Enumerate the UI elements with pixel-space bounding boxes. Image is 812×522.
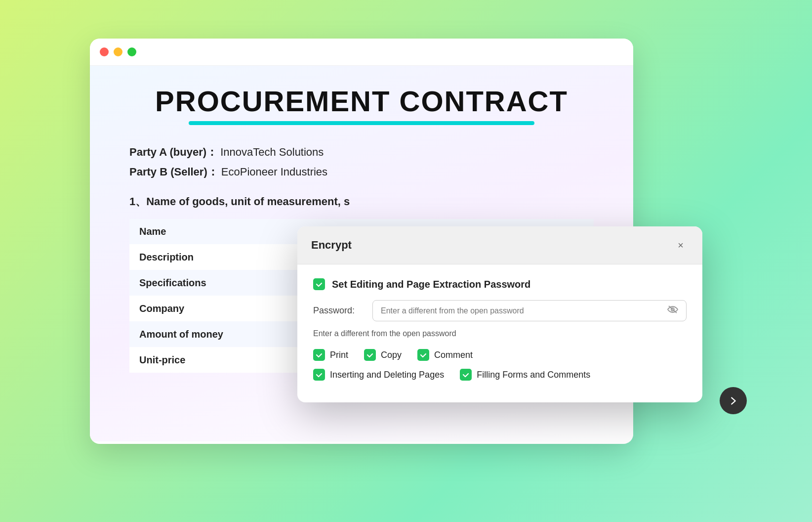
password-hint: Enter a different from the open password	[313, 329, 687, 338]
copy-checkbox[interactable]	[364, 349, 376, 361]
contract-title: PROCUREMENT CONTRACT	[129, 86, 594, 117]
permission-comment: Comment	[417, 349, 473, 361]
party-b-label: Party B (Seller)：	[129, 166, 218, 178]
party-a-label: Party A (buyer)：	[129, 146, 217, 158]
editing-password-checkbox[interactable]	[313, 278, 325, 290]
print-label: Print	[330, 350, 348, 360]
editing-password-label: Set Editing and Page Extraction Password	[332, 279, 530, 290]
title-underline	[189, 121, 534, 125]
permission-filling-forms: Filling Forms and Comments	[460, 369, 590, 381]
contract-parties: Party A (buyer)： InnovaTech Solutions Pa…	[129, 145, 594, 179]
contract-title-section: PROCUREMENT CONTRACT	[129, 86, 594, 125]
permissions-row-2: Inserting and Deleting Pages Filling For…	[313, 369, 687, 381]
copy-label: Copy	[381, 350, 402, 360]
maximize-traffic-light[interactable]	[127, 47, 136, 56]
permissions-row-1: Print Copy Comment	[313, 349, 687, 361]
print-checkbox[interactable]	[313, 349, 325, 361]
comment-checkbox[interactable]	[417, 349, 429, 361]
filling-forms-checkbox[interactable]	[460, 369, 472, 381]
party-a-value: InnovaTech Solutions	[220, 146, 324, 158]
password-label: Password:	[313, 305, 363, 316]
eye-icon[interactable]	[667, 305, 678, 316]
editing-password-section: Set Editing and Page Extraction Password	[313, 278, 687, 290]
dialog-title: Encrypt	[311, 239, 352, 252]
comment-label: Comment	[434, 350, 473, 360]
party-b-value: EcoPioneer Industries	[221, 166, 327, 178]
party-b-line: Party B (Seller)： EcoPioneer Industries	[129, 165, 594, 179]
inserting-deleting-checkbox[interactable]	[313, 369, 325, 381]
close-traffic-light[interactable]	[100, 47, 109, 56]
minimize-traffic-light[interactable]	[114, 47, 122, 56]
section-title: 1、Name of goods, unit of measurement, s	[129, 194, 594, 209]
dialog-body: Set Editing and Page Extraction Password…	[297, 264, 702, 402]
permission-copy: Copy	[364, 349, 402, 361]
close-button[interactable]: ×	[673, 237, 689, 253]
filling-forms-label: Filling Forms and Comments	[477, 370, 590, 380]
next-arrow-button[interactable]	[720, 387, 747, 414]
encrypt-dialog: Encrypt × Set Editing and Page Extractio…	[297, 226, 702, 402]
permission-print: Print	[313, 349, 348, 361]
password-input-wrap	[372, 300, 687, 321]
inserting-deleting-label: Inserting and Deleting Pages	[330, 370, 444, 380]
password-input[interactable]	[381, 306, 667, 315]
password-row: Password:	[313, 300, 687, 321]
party-a-line: Party A (buyer)： InnovaTech Solutions	[129, 145, 594, 160]
permission-inserting-deleting: Inserting and Deleting Pages	[313, 369, 444, 381]
window-titlebar	[90, 39, 633, 66]
dialog-header: Encrypt ×	[297, 226, 702, 264]
